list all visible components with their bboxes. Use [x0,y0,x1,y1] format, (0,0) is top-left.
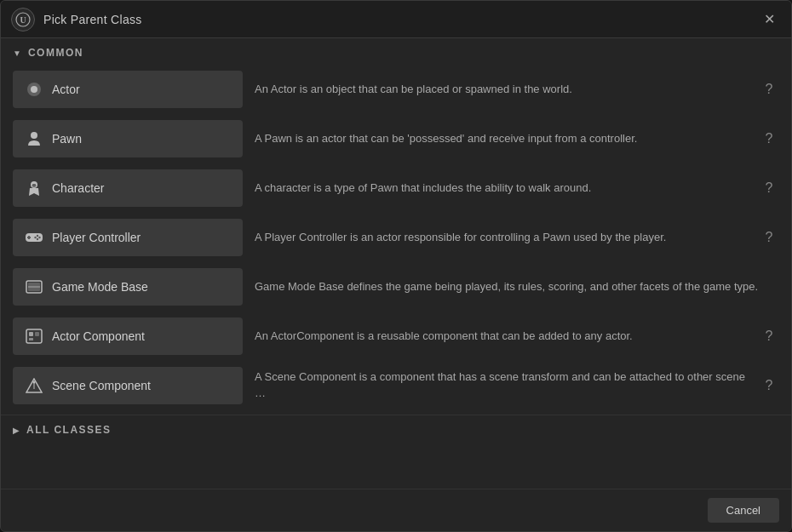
actor-component-icon [25,329,43,344]
actor-component-label: Actor Component [52,329,145,343]
character-row: Character A character is a type of Pawn … [1,164,791,212]
game-mode-base-icon [25,280,43,294]
ue-logo: U [11,8,35,31]
character-help-button[interactable]: ? [759,178,779,198]
actor-label: Actor [52,83,80,96]
player-controller-help-button[interactable]: ? [759,227,779,248]
pick-parent-class-dialog: U Pick Parent Class ✕ ▼ COMMON Actor [0,0,792,532]
svg-point-11 [37,235,38,237]
actor-row: Actor An Actor is an object that can be … [1,66,791,113]
svg-point-3 [31,86,37,93]
svg-rect-7 [32,185,36,186]
pawn-label: Pawn [52,132,82,146]
svg-point-24 [33,381,36,384]
player-controller-icon [25,231,43,244]
game-mode-base-button[interactable]: Game Mode Base [13,268,243,306]
dialog-title: Pick Parent Class [43,13,142,26]
cancel-button[interactable]: Cancel [708,498,779,523]
actor-description: An Actor is an object that can be placed… [255,82,747,98]
pawn-button[interactable]: Pawn [13,120,243,157]
pawn-help-button[interactable]: ? [759,129,779,149]
all-classes-section-label: ALL CLASSES [26,424,112,436]
player-controller-description: A Player Controller is an actor responsi… [255,230,747,246]
svg-point-13 [34,237,36,238]
player-controller-row: Player Controller A Player Controller is… [1,214,791,261]
title-bar-left: U Pick Parent Class [11,8,142,31]
character-icon [25,180,43,197]
actor-component-description: An ActorComponent is a reusable componen… [255,329,747,345]
content-area: ▼ COMMON Actor An Actor is an object tha… [1,38,791,489]
actor-component-button[interactable]: Actor Component [13,317,243,355]
game-mode-base-row: Game Mode Base Game Mode Base defines th… [1,263,791,311]
svg-rect-18 [26,329,42,343]
footer: Cancel [1,489,791,531]
scene-component-description: A Scene Component is a component that ha… [255,369,747,402]
svg-rect-21 [29,338,33,340]
pawn-icon [25,130,43,147]
svg-rect-10 [27,237,31,238]
scene-component-label: Scene Component [52,379,151,392]
title-bar: U Pick Parent Class ✕ [1,1,791,38]
svg-text:U: U [20,15,26,25]
player-controller-button[interactable]: Player Controller [13,219,243,256]
actor-button[interactable]: Actor [13,71,243,108]
character-button[interactable]: Character [13,169,243,207]
actor-component-help-button[interactable]: ? [759,326,779,346]
scene-component-button[interactable]: Scene Component [13,367,243,404]
all-classes-chevron: ▶ [13,426,20,435]
common-section-header[interactable]: ▼ COMMON [1,38,791,66]
game-mode-base-description: Game Mode Base defines the game being pl… [255,279,779,295]
close-button[interactable]: ✕ [757,8,781,31]
svg-point-4 [31,132,37,139]
scene-component-icon [25,378,43,393]
actor-help-button[interactable]: ? [759,79,779,100]
actor-component-row: Actor Component An ActorComponent is a r… [1,312,791,360]
character-description: A character is a type of Pawn that inclu… [255,180,747,197]
svg-rect-19 [29,332,33,336]
svg-rect-20 [35,332,39,336]
svg-point-12 [38,237,40,238]
common-chevron: ▼ [13,49,21,58]
all-classes-section-header[interactable]: ▶ ALL CLASSES [1,415,791,443]
character-label: Character [52,181,104,195]
actor-icon [25,81,43,98]
player-controller-label: Player Controller [52,231,141,244]
scene-component-help-button[interactable]: ? [759,375,779,396]
svg-point-14 [37,238,38,240]
scene-component-row: Scene Component A Scene Component is a c… [1,362,791,409]
pawn-description: A Pawn is an actor that can be 'possesse… [255,131,747,147]
pawn-row: Pawn A Pawn is an actor that can be 'pos… [1,115,791,163]
game-mode-base-label: Game Mode Base [52,280,148,294]
common-section-label: COMMON [28,47,83,59]
